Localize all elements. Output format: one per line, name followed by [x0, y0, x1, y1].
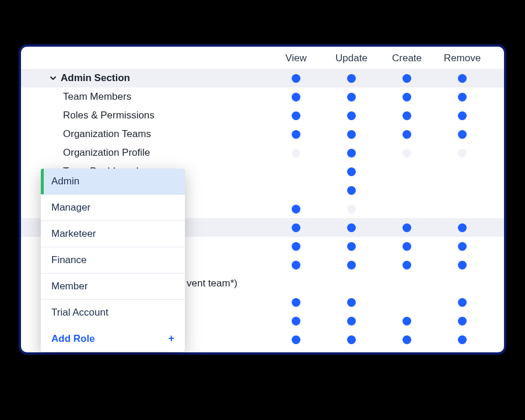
- perm-dot-on[interactable]: [292, 111, 300, 120]
- perm-cell[interactable]: [324, 130, 379, 139]
- perm-dot-on[interactable]: [347, 186, 356, 195]
- chevron-down-icon[interactable]: [49, 74, 57, 82]
- perm-cell[interactable]: [435, 111, 490, 120]
- perm-dot-on[interactable]: [292, 205, 300, 214]
- perm-dot-on[interactable]: [402, 93, 411, 102]
- perm-dot-on[interactable]: [347, 93, 356, 102]
- perm-dot-on[interactable]: [347, 149, 356, 158]
- role-option[interactable]: Manager: [41, 195, 185, 221]
- perm-cell[interactable]: [324, 298, 379, 307]
- role-dropdown[interactable]: AdminManagerMarketeerFinanceMemberTrial …: [41, 169, 185, 352]
- perm-dot-off[interactable]: [292, 149, 300, 158]
- perm-cell[interactable]: [379, 317, 435, 326]
- perm-dot-on[interactable]: [347, 335, 356, 344]
- perm-cell[interactable]: [435, 223, 490, 232]
- perm-cell[interactable]: [435, 93, 490, 102]
- perm-dot-on[interactable]: [347, 223, 356, 232]
- perm-cell[interactable]: [268, 242, 324, 251]
- perm-dot-on[interactable]: [347, 242, 356, 251]
- perm-dot-off[interactable]: [458, 149, 467, 158]
- perm-cell[interactable]: [435, 298, 490, 307]
- perm-cell[interactable]: [268, 335, 324, 344]
- perm-cell[interactable]: [324, 186, 379, 195]
- role-option[interactable]: Marketeer: [41, 221, 185, 247]
- perm-cell[interactable]: [379, 149, 435, 158]
- perm-dot-on[interactable]: [402, 223, 411, 232]
- perm-cell[interactable]: [435, 317, 490, 326]
- perm-cell[interactable]: [268, 130, 324, 139]
- perm-cell[interactable]: [268, 205, 324, 214]
- perm-cell[interactable]: [268, 74, 324, 83]
- perm-dot-on[interactable]: [347, 317, 356, 326]
- perm-cell[interactable]: [324, 74, 379, 83]
- perm-cell[interactable]: [435, 261, 490, 270]
- perm-cell[interactable]: [268, 261, 324, 270]
- perm-dot-on[interactable]: [458, 74, 467, 83]
- perm-cell[interactable]: [435, 149, 490, 158]
- perm-dot-on[interactable]: [458, 223, 467, 232]
- perm-cell[interactable]: [268, 223, 324, 232]
- perm-dot-on[interactable]: [292, 223, 300, 232]
- perm-cell[interactable]: [379, 223, 435, 232]
- perm-dot-on[interactable]: [458, 298, 467, 307]
- perm-dot-on[interactable]: [402, 317, 411, 326]
- perm-dot-on[interactable]: [458, 317, 467, 326]
- perm-cell[interactable]: [324, 261, 379, 270]
- perm-cell[interactable]: [268, 111, 324, 120]
- perm-dot-on[interactable]: [347, 111, 356, 120]
- role-option[interactable]: Admin: [41, 169, 185, 195]
- perm-dot-on[interactable]: [292, 130, 300, 139]
- perm-cell[interactable]: [324, 93, 379, 102]
- perm-dot-on[interactable]: [292, 317, 300, 326]
- perm-cell[interactable]: [324, 167, 379, 176]
- row-label[interactable]: Admin Section: [35, 72, 268, 84]
- perm-dot-on[interactable]: [292, 298, 300, 307]
- perm-dot-on[interactable]: [347, 298, 356, 307]
- perm-cell[interactable]: [324, 149, 379, 158]
- perm-cell[interactable]: [379, 93, 435, 102]
- perm-cell[interactable]: [379, 242, 435, 251]
- perm-dot-on[interactable]: [402, 335, 411, 344]
- perm-cell[interactable]: [324, 111, 379, 120]
- perm-dot-on[interactable]: [402, 74, 411, 83]
- perm-dot-on[interactable]: [292, 93, 300, 102]
- perm-cell[interactable]: [268, 298, 324, 307]
- perm-cell[interactable]: [379, 74, 435, 83]
- perm-cell[interactable]: [324, 223, 379, 232]
- perm-cell[interactable]: [435, 335, 490, 344]
- perm-dot-off[interactable]: [402, 149, 411, 158]
- perm-cell[interactable]: [268, 149, 324, 158]
- role-option[interactable]: Member: [41, 274, 185, 300]
- perm-cell[interactable]: [268, 317, 324, 326]
- perm-dot-on[interactable]: [292, 335, 300, 344]
- perm-dot-on[interactable]: [458, 242, 467, 251]
- perm-dot-on[interactable]: [347, 167, 356, 176]
- perm-cell[interactable]: [324, 205, 379, 214]
- role-option[interactable]: Finance: [41, 247, 185, 274]
- perm-cell[interactable]: [324, 335, 379, 344]
- perm-cell[interactable]: [324, 317, 379, 326]
- perm-dot-on[interactable]: [458, 111, 467, 120]
- perm-dot-on[interactable]: [458, 93, 467, 102]
- perm-dot-on[interactable]: [402, 130, 411, 139]
- perm-cell[interactable]: [324, 242, 379, 251]
- add-role-button[interactable]: Add Role +: [41, 326, 185, 352]
- perm-dot-on[interactable]: [402, 261, 411, 270]
- perm-dot-on[interactable]: [292, 74, 300, 83]
- perm-dot-on[interactable]: [292, 261, 300, 270]
- perm-dot-on[interactable]: [347, 130, 356, 139]
- perm-dot-on[interactable]: [458, 130, 467, 139]
- perm-dot-on[interactable]: [347, 74, 356, 83]
- perm-cell[interactable]: [379, 111, 435, 120]
- perm-dot-off[interactable]: [347, 205, 356, 214]
- perm-cell[interactable]: [379, 335, 435, 344]
- perm-cell[interactable]: [435, 74, 490, 83]
- perm-dot-on[interactable]: [402, 242, 411, 251]
- perm-cell[interactable]: [268, 93, 324, 102]
- role-option[interactable]: Trial Account: [41, 300, 185, 326]
- perm-dot-on[interactable]: [347, 261, 356, 270]
- perm-dot-on[interactable]: [458, 261, 467, 270]
- perm-cell[interactable]: [379, 261, 435, 270]
- perm-cell[interactable]: [435, 130, 490, 139]
- perm-dot-on[interactable]: [458, 335, 467, 344]
